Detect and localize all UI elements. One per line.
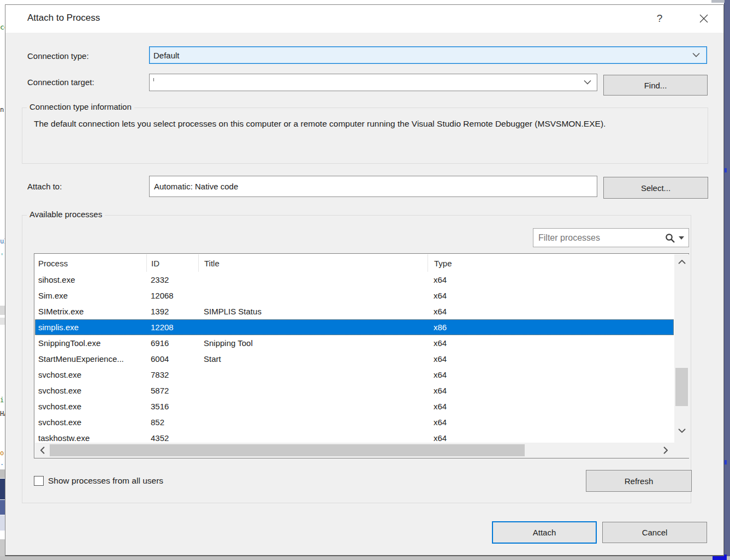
horizontal-scrollbar[interactable] [35,443,674,458]
column-header-type[interactable]: Type [428,254,674,272]
vertical-scrollbar[interactable] [674,254,689,443]
connection-type-info-group: Connection type information [22,108,708,164]
table-row[interactable]: taskhostw.exe4352x64 [35,430,674,442]
scroll-right-button[interactable] [660,443,671,458]
find-button-label: Find... [644,81,667,90]
table-cell: SnippingTool.exe [35,335,146,351]
table-cell: 5872 [146,383,198,398]
filter-placeholder: Filter processes [533,233,664,243]
table-cell: 6916 [146,335,198,351]
chevron-down-icon [678,428,686,433]
column-header-process[interactable]: Process [35,254,146,272]
table-cell: x64 [428,303,674,319]
attach-to-label: Attach to: [27,182,62,191]
table-cell [198,383,428,398]
table-cell: 7832 [146,367,198,383]
table-cell [198,430,428,442]
screen: con (uI'iHAor.. Attach to Process ? Conn… [0,0,730,560]
column-header-title[interactable]: Title [198,254,428,272]
attach-to-textbox[interactable]: Automatic: Native code [149,176,597,197]
table-cell: svchost.exe [35,383,146,398]
table-cell: x64 [428,430,674,442]
dialog-titlebar[interactable] [5,5,723,33]
column-header-label: ID [151,259,159,268]
table-cell: x64 [428,288,674,303]
table-cell: 6004 [146,351,198,367]
table-cell: x64 [428,367,674,383]
table-row[interactable]: svchost.exe5872x64 [35,383,674,398]
background-band [0,479,5,499]
table-row[interactable]: sihost.exe2332x64 [35,272,674,288]
available-processes-legend: Available processes [27,210,105,219]
select-button-label: Select... [641,183,670,193]
table-cell: Start [198,351,428,367]
column-header-id[interactable]: ID [146,254,198,272]
vertical-scrollbar-thumb[interactable] [675,368,688,406]
table-row[interactable]: svchost.exe3516x64 [35,398,674,414]
background-mark [725,460,727,464]
table-cell: sihost.exe [35,272,146,288]
cancel-button-label: Cancel [642,528,668,537]
scroll-down-button[interactable] [674,426,689,435]
connection-type-combobox[interactable]: Default [149,46,707,64]
attach-button[interactable]: Attach [492,521,597,544]
connection-type-info-text: The default connection lets you select p… [34,117,651,130]
table-cell: Snipping Tool [198,335,428,351]
table-row[interactable]: svchost.exe7832x64 [35,367,674,383]
background-band [0,306,5,315]
table-row[interactable]: Sim.exe12068x64 [35,288,674,303]
background-mark [725,168,727,172]
column-header-label: Title [204,259,219,268]
scrollbar-corner [674,443,689,458]
filter-dropdown-icon[interactable] [679,236,684,240]
table-row[interactable]: SIMetrix.exe1392SIMPLIS Statusx64 [35,303,674,319]
select-button[interactable]: Select... [603,177,708,199]
table-cell [198,367,428,383]
filter-processes-input[interactable]: Filter processes [533,228,689,247]
table-cell: x64 [428,398,674,414]
chevron-right-icon [663,446,668,454]
table-cell: x86 [428,319,674,335]
table-cell: x64 [428,351,674,367]
refresh-button[interactable]: Refresh [586,470,692,492]
background-band [0,318,5,325]
close-button[interactable] [696,11,712,26]
table-cell: 2332 [146,272,198,288]
column-header-label: Process [38,259,68,268]
table-row[interactable]: svchost.exe852x64 [35,414,674,430]
cancel-button[interactable]: Cancel [602,522,707,543]
table-cell: SIMetrix.exe [35,303,146,319]
chevron-up-icon [678,260,686,264]
table-cell [198,272,428,288]
process-table-body: sihost.exe2332x64Sim.exe12068x64SIMetrix… [35,272,674,442]
horizontal-scrollbar-thumb[interactable] [50,444,525,456]
table-cell: 3516 [146,398,198,414]
table-cell [198,414,428,430]
scroll-left-button[interactable] [37,443,48,458]
find-button[interactable]: Find... [603,75,708,96]
table-cell: Sim.exe [35,288,146,303]
attach-to-value: Automatic: Native code [150,182,238,191]
table-row[interactable]: simplis.exe12208x86 [35,319,674,335]
close-icon [699,14,708,23]
connection-type-info-legend: Connection type information [27,102,134,111]
table-cell: 852 [146,414,198,430]
chevron-down-icon [692,53,700,58]
scroll-up-button[interactable] [674,258,689,266]
connection-target-combobox[interactable] [149,74,597,91]
background-top-shape [711,0,725,3]
table-cell: x64 [428,335,674,351]
connection-type-label: Connection type: [27,51,89,61]
table-cell [198,288,428,303]
table-row[interactable]: StartMenuExperience...6004Startx64 [35,351,674,367]
show-all-users-checkbox[interactable] [34,476,44,486]
chevron-left-icon [40,446,45,454]
table-cell: svchost.exe [35,414,146,430]
text-caret [153,78,154,81]
table-row[interactable]: SnippingTool.exe6916Snipping Toolx64 [35,335,674,351]
search-icon[interactable] [664,233,675,243]
help-button[interactable]: ? [651,11,668,26]
background-band [0,500,5,515]
show-all-users-label: Show processes from all users [48,476,163,486]
table-cell: 12068 [146,288,198,303]
